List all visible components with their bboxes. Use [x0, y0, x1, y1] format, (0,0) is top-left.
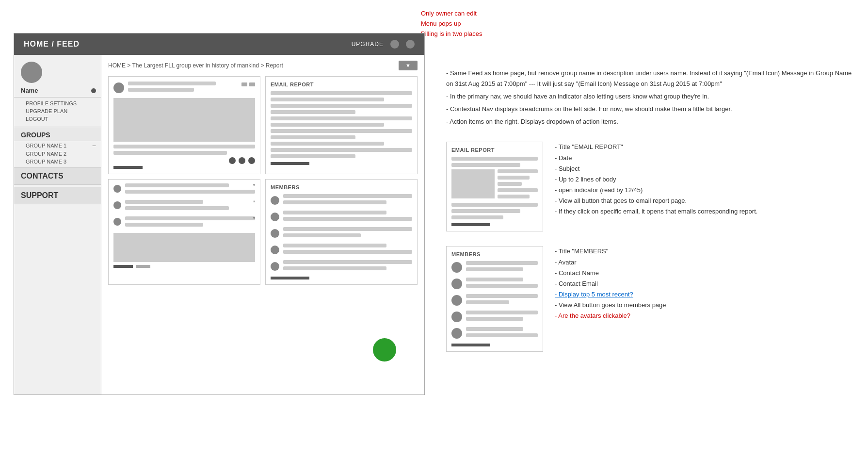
line [466, 327, 523, 331]
line [128, 88, 194, 92]
email-report-detail-card: EMAIL REPORT [446, 142, 543, 231]
breadcrumb-report[interactable]: > Report [261, 62, 283, 69]
note-line: - Contact Name [555, 268, 853, 279]
sidebar-item-group2[interactable]: GROUP NAME 2 [14, 150, 101, 158]
feed-list-item: * [113, 200, 255, 213]
sidebar-contacts-header[interactable]: CONTACTS [14, 167, 101, 185]
email-lines [271, 91, 412, 158]
breadcrumb-sep1: > [127, 62, 132, 69]
email-report-notes: - Title "EMAIL REPORT" - Date - Subject … [555, 142, 853, 217]
line [498, 195, 530, 198]
post-lines [128, 82, 238, 94]
sidebar-user-name: Name [21, 87, 38, 94]
search-icon[interactable] [390, 40, 399, 49]
line [283, 244, 386, 247]
view-all-bar[interactable] [271, 162, 309, 165]
fab-button[interactable] [373, 338, 396, 361]
line [271, 154, 355, 158]
action-button[interactable]: ▼ [399, 61, 418, 70]
breadcrumb: HOME > The Largest FLL group ever in his… [108, 62, 283, 69]
view-all-members-bar[interactable] [271, 277, 309, 279]
line [466, 311, 538, 314]
action-dot[interactable] [229, 157, 236, 164]
line [466, 333, 538, 337]
feed-list-card: * * [108, 179, 260, 285]
line [283, 200, 386, 204]
annotation-line-1: Only owner can edit [421, 9, 482, 19]
members-display-link[interactable]: - Display top 5 most recent? [555, 289, 853, 300]
asterisk: * [253, 216, 255, 222]
annotation-para1: - Same Feed as home page, but remove gro… [446, 68, 853, 89]
annotation-para3: - Contextual Nav displays breadcrums on … [446, 104, 853, 115]
members-detail-bottom-bar [451, 344, 490, 346]
bottom-bars [113, 265, 255, 268]
annotation-line-2: Menu pops up [421, 19, 482, 29]
member-avatar[interactable] [271, 213, 279, 221]
sidebar-item-logout[interactable]: LOGOUT [26, 115, 101, 123]
member-item [271, 260, 412, 273]
header-bar: HOME / FEED UPGRADE [14, 33, 424, 55]
breadcrumb-home[interactable]: HOME [108, 62, 126, 69]
members-title: MEMBERS [271, 184, 412, 190]
action-dots [113, 157, 255, 164]
member-avatar[interactable] [271, 196, 279, 205]
line [271, 142, 384, 146]
annotation-para4: - Action items on the right. Displays dr… [446, 116, 853, 127]
sidebar-item-upgrade-plan[interactable]: UPGRADE PLAN [26, 107, 101, 115]
avatar [21, 62, 42, 83]
line [283, 211, 386, 214]
line [466, 267, 523, 271]
member-lines [283, 244, 412, 256]
action-dot[interactable] [248, 157, 255, 164]
sidebar-item-group3[interactable]: GROUP NAME 3 [14, 158, 101, 165]
member-detail-avatar [451, 312, 462, 322]
note-line: - Title "MEMBERS" [555, 246, 853, 257]
member-detail-item [451, 327, 538, 340]
line [271, 129, 412, 133]
post-header [113, 82, 255, 94]
notification-icon[interactable] [406, 40, 415, 49]
member-avatar[interactable] [271, 262, 279, 271]
sidebar-support-header[interactable]: SUPPORT [14, 187, 101, 204]
sidebar-item-group1[interactable]: GROUP NAME 1 − [14, 141, 101, 150]
email-report-card: EMAIL REPORT [265, 76, 418, 174]
member-lines [283, 260, 412, 273]
note-line: - Avatar [555, 257, 853, 268]
feed-list-item: * [113, 183, 255, 196]
line [498, 169, 538, 173]
wireframe-container: HOME / FEED UPGRADE Name PROFILE SETTING… [14, 33, 425, 395]
line [466, 294, 538, 298]
member-detail-lines [466, 311, 538, 323]
detail-card-title: EMAIL REPORT [451, 147, 538, 153]
breadcrumb-group[interactable]: The Largest FLL group ever in history of… [132, 62, 259, 69]
member-avatar[interactable] [271, 246, 279, 254]
member-avatar[interactable] [271, 229, 279, 238]
line [125, 206, 229, 210]
line [283, 227, 412, 231]
note-line: - Up to 2 lines of body [555, 174, 853, 185]
line [283, 260, 412, 264]
note-line: - Subject [555, 164, 853, 174]
line [498, 176, 530, 180]
upgrade-button[interactable]: UPGRADE [352, 41, 384, 48]
line [271, 98, 384, 101]
asterisk: * [253, 183, 255, 189]
sidebar-item-profile-settings[interactable]: PROFILE SETTINGS [26, 99, 101, 107]
note-line: - Contact Email [555, 279, 853, 289]
member-item [271, 244, 412, 256]
member-detail-item [451, 261, 538, 274]
line [271, 123, 384, 127]
line [451, 209, 520, 213]
line [113, 151, 227, 155]
feed-avatar [113, 185, 121, 193]
post-card [108, 76, 260, 174]
line [466, 300, 509, 304]
member-item [271, 194, 412, 207]
note-line: - Title "EMAIL REPORT" [555, 142, 853, 152]
member-detail-lines [466, 294, 538, 307]
detail-bottom-bar [451, 223, 490, 226]
member-detail-lines [466, 261, 538, 274]
action-dot[interactable] [239, 157, 245, 164]
bar-light [136, 265, 150, 268]
sidebar-group1-label: GROUP NAME 1 [26, 143, 66, 148]
